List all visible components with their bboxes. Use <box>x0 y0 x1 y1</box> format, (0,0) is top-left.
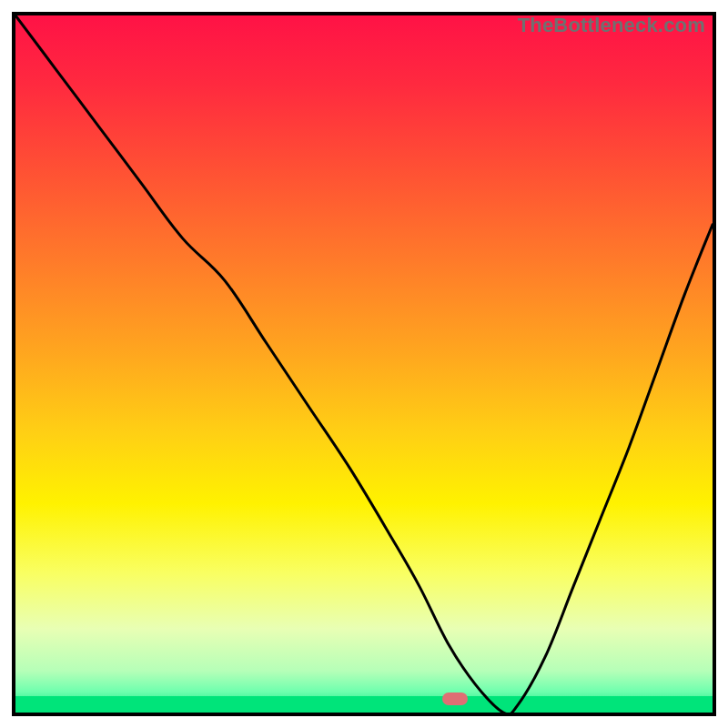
chart-frame: TheBottleneck.com <box>12 12 716 716</box>
bottleneck-curve <box>15 15 713 713</box>
optimal-marker <box>442 693 468 705</box>
watermark-text: TheBottleneck.com <box>518 14 705 37</box>
